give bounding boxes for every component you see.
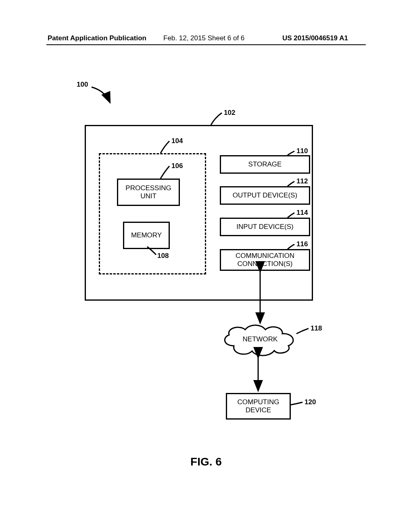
output-box: OUTPUT DEVICE(S) <box>220 186 310 205</box>
ref-106: 106 <box>171 162 183 170</box>
header-rule <box>46 44 366 45</box>
page: Patent Application Publication Feb. 12, … <box>0 0 413 532</box>
dashed-box-104 <box>99 153 206 274</box>
ref-104: 104 <box>171 137 183 145</box>
header-left: Patent Application Publication <box>48 34 146 42</box>
diagram: 100 102 104 PROCESSING UNIT 106 MEMORY 1… <box>46 81 366 468</box>
storage-box: STORAGE <box>220 155 310 174</box>
input-label: INPUT DEVICE(S) <box>236 223 293 231</box>
ref-110: 110 <box>296 147 308 155</box>
figure-title: FIG. 6 <box>46 455 366 468</box>
ref-114: 114 <box>296 209 308 217</box>
ref-102: 102 <box>224 109 235 117</box>
output-label: OUTPUT DEVICE(S) <box>233 191 297 200</box>
ref-100: 100 <box>77 81 88 89</box>
ref-118: 118 <box>311 324 322 332</box>
ref-116: 116 <box>296 240 308 248</box>
memory-box: MEMORY <box>123 222 170 249</box>
network-text: NETWORK <box>218 335 302 343</box>
ref-120: 120 <box>305 398 316 406</box>
processing-unit-label: PROCESSING UNIT <box>125 184 171 201</box>
comm-label: COMMUNICATION CONNECTION(S) <box>236 252 294 268</box>
computing-device-box: COMPUTING DEVICE <box>226 393 291 420</box>
ref-112: 112 <box>296 177 308 185</box>
input-box: INPUT DEVICE(S) <box>220 218 310 236</box>
comm-box: COMMUNICATION CONNECTION(S) <box>220 249 310 271</box>
header-right: US 2015/0046519 A1 <box>282 34 348 42</box>
computing-device-label: COMPUTING DEVICE <box>238 398 280 415</box>
ref-108: 108 <box>157 252 169 260</box>
header-middle: Feb. 12, 2015 Sheet 6 of 6 <box>163 34 244 42</box>
network-cloud: NETWORK <box>218 322 302 358</box>
storage-label: STORAGE <box>248 160 282 168</box>
processing-unit-box: PROCESSING UNIT <box>117 179 180 206</box>
memory-label: MEMORY <box>131 231 162 239</box>
